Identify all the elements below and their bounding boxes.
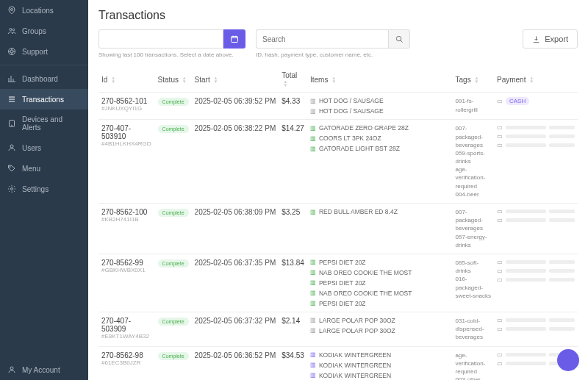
table-row[interactable]: 270-407-503910#4B1HLKHX4RGDComplete2025-… <box>98 120 578 204</box>
chat-fab[interactable] <box>557 349 579 371</box>
tags: 085-soft-drinks016-packaged-sweet-snacks <box>453 254 494 312</box>
col-items[interactable]: Items ▲▼ <box>307 67 453 93</box>
line-item: ▥GATORADE LIGHT BST 28Z <box>310 145 400 152</box>
barcode-icon: ▥ <box>310 300 316 306</box>
col-total[interactable]: Total ▲▼ <box>279 67 307 93</box>
txn-id: 270-407-503910 <box>101 124 152 140</box>
col-tags[interactable]: Tags ▲▼ <box>453 67 494 93</box>
sidebar-item-label: Locations <box>22 7 54 15</box>
line-item: ▥NAB OREO COOKIE THE MOST <box>310 290 412 297</box>
table-row[interactable]: 270-407-503909#E8KT1WAY4B32Complete2025-… <box>98 312 578 346</box>
line-item: ▥KODIAK WINTERGREEN <box>310 351 391 359</box>
svg-rect-11 <box>232 37 238 43</box>
sidebar-item-dashboard[interactable]: Dashboard <box>0 68 88 89</box>
line-item: ▥GATORADE ZERO GRAPE 28Z <box>310 124 409 132</box>
txn-id: 270-8562-99 <box>101 259 152 267</box>
card-icon: ▭ <box>497 98 503 104</box>
line-item: ▥NAB OREO COOKIE THE MOST <box>310 269 412 276</box>
date-range-group: Showing last 100 transactions. Select a … <box>98 29 245 58</box>
txn-id: 270-8562-100 <box>101 208 152 216</box>
col-status[interactable]: Status ▲▼ <box>155 67 192 93</box>
line-item: ▥PEPSI DIET 20Z <box>310 300 366 307</box>
search-button[interactable] <box>388 29 410 49</box>
total: $34.53 <box>279 346 307 380</box>
life-icon <box>7 47 16 56</box>
gear-icon <box>7 184 16 193</box>
line-item: ▥PEPSI DIET 20Z <box>310 279 366 287</box>
total: $4.33 <box>279 93 307 120</box>
line-item: ▥HOT DOG / SAUSAGE <box>310 107 384 115</box>
line-item: ▥COORS LT 3PK 24OZ <box>310 135 381 142</box>
barcode-icon: ▥ <box>310 98 316 104</box>
svg-point-10 <box>10 367 13 370</box>
sidebar-item-support[interactable]: Support <box>0 41 88 62</box>
sidebar-item-label: Dashboard <box>22 75 58 83</box>
svg-point-9 <box>11 188 13 190</box>
barcode-icon: ▥ <box>310 135 316 142</box>
sidebar: Locations Groups Support Dashboard Trans… <box>0 0 88 380</box>
sidebar-item-label: Menu <box>22 165 40 173</box>
pin-icon <box>7 6 16 15</box>
chart-icon <box>7 74 16 83</box>
sidebar-item-menu[interactable]: Menu <box>0 158 88 179</box>
payment-line: ▭ <box>497 124 575 131</box>
line-item: ▥HOT DOG / SAUSAGE <box>310 97 384 104</box>
barcode-icon: ▥ <box>310 317 316 323</box>
list-icon <box>7 95 16 104</box>
sidebar-item-settings[interactable]: Settings <box>0 179 88 199</box>
table-row[interactable]: 270-8562-98#61EC3B0JZRComplete2025-02-05… <box>98 346 578 380</box>
payment-cash: CASH <box>506 97 529 105</box>
total: $3.25 <box>279 204 307 254</box>
barcode-icon: ▥ <box>310 108 316 115</box>
total: $2.14 <box>279 312 307 346</box>
table-row[interactable]: 270-8562-99#GBKHWBX0X1Complete2025-02-05… <box>98 254 578 312</box>
start-time: 2025-02-05 06:37:32 PM <box>192 312 279 346</box>
txn-hash: #61EC3B0JZR <box>101 359 152 366</box>
export-label: Export <box>545 35 568 43</box>
sidebar-item-locations[interactable]: Locations <box>0 0 88 21</box>
payment-line: ▭ <box>497 142 575 148</box>
date-hint: Showing last 100 transactions. Select a … <box>98 51 245 58</box>
page-title: Transactions <box>98 9 578 22</box>
payment-line: ▭ <box>497 326 575 332</box>
line-item: ▥KODIAK WINTERGREEN <box>310 372 391 379</box>
sidebar-item-label: Support <box>22 48 48 56</box>
barcode-icon: ▥ <box>310 259 316 265</box>
status-badge: Complete <box>158 352 189 360</box>
table-row[interactable]: 270-8562-101#JNKUXQYI1GComplete2025-02-0… <box>98 93 578 120</box>
txn-hash: #JNKUXQYI1G <box>101 105 152 112</box>
account-icon <box>7 365 16 374</box>
barcode-icon: ▥ <box>310 209 316 215</box>
payment-line: ▭ <box>497 259 575 265</box>
sidebar-item-my-account[interactable]: My Account <box>0 359 88 380</box>
svg-point-4 <box>10 50 13 53</box>
barcode-icon: ▥ <box>310 362 316 368</box>
sidebar-item-label: Settings <box>22 185 49 193</box>
date-range-input[interactable] <box>98 29 223 49</box>
user-icon <box>7 143 16 152</box>
line-item: ▥LARGE POLAR POP 30OZ <box>310 317 395 324</box>
sidebar-item-groups[interactable]: Groups <box>0 21 88 41</box>
col-id[interactable]: Id ▲▼ <box>98 67 155 93</box>
table-row[interactable]: 270-8562-100#KB2H741I1BComplete2025-02-0… <box>98 204 578 254</box>
controls-bar: Showing last 100 transactions. Select a … <box>98 29 578 58</box>
search-input[interactable] <box>256 29 388 49</box>
device-icon <box>7 119 16 128</box>
svg-point-8 <box>10 166 11 168</box>
barcode-icon: ▥ <box>310 290 316 296</box>
total: $14.27 <box>279 120 307 204</box>
sidebar-item-devices-and-alerts[interactable]: Devices and Alerts <box>0 110 88 137</box>
line-item: ▥LARGE POLAR POP 30OZ <box>310 327 395 334</box>
col-payment[interactable]: Payment ▲▼ <box>494 67 578 93</box>
line-item: ▥KODIAK WINTERGREEN <box>310 362 391 369</box>
payment-line: ▭ <box>497 268 575 274</box>
start-time: 2025-02-05 06:36:52 PM <box>192 346 279 380</box>
col-start[interactable]: Start ▲▼ <box>192 67 279 93</box>
barcode-icon: ▥ <box>310 125 316 132</box>
export-button[interactable]: Export <box>523 29 578 49</box>
txn-id: 270-8562-98 <box>101 351 152 359</box>
sidebar-item-label: Groups <box>22 27 46 35</box>
sidebar-item-transactions[interactable]: Transactions <box>0 89 88 110</box>
sidebar-item-users[interactable]: Users <box>0 137 88 158</box>
date-picker-button[interactable] <box>223 29 245 49</box>
